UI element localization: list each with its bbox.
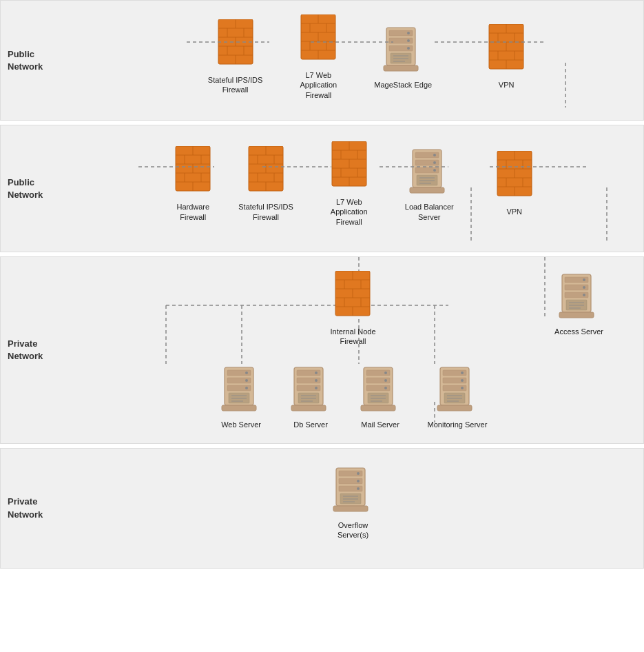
- magestack-edge-label: MageStack Edge: [374, 80, 432, 90]
- svg-rect-36: [391, 53, 411, 63]
- zone-label-public-1: PublicNetwork: [8, 48, 63, 72]
- svg-rect-182: [361, 405, 395, 411]
- load-balancer-label: Load BalancerServer: [405, 202, 454, 222]
- svg-point-191: [461, 371, 464, 374]
- svg-rect-101: [410, 187, 444, 193]
- web-server-label: Web Server: [221, 420, 261, 429]
- svg-rect-158: [222, 405, 256, 411]
- svg-point-155: [245, 371, 248, 374]
- stateful-ips-firewall-1: Stateful IPS/IDSFirewall: [208, 19, 262, 95]
- mail-server: Mail Server: [358, 364, 403, 429]
- web-server: Web Server: [219, 364, 264, 429]
- svg-rect-171: [298, 393, 319, 403]
- svg-point-144: [583, 286, 585, 289]
- l7-waf-1: L7 Web ApplicationFirewall: [287, 14, 349, 100]
- zone-label-private-2: PrivateNetwork: [8, 496, 63, 520]
- svg-point-179: [384, 371, 387, 374]
- stateful-ips-firewall-2: Stateful IPS/IDSFirewall: [238, 146, 293, 222]
- svg-point-99: [433, 161, 436, 164]
- svg-rect-35: [384, 65, 418, 71]
- zone-label-public-2: PublicNetwork: [8, 176, 63, 201]
- load-balancer-server: Load BalancerServer: [405, 146, 454, 222]
- svg-point-157: [245, 387, 248, 389]
- vpn-1: VPN: [486, 24, 527, 90]
- svg-point-192: [461, 379, 464, 382]
- monitoring-server: Monitoring Server: [428, 364, 488, 429]
- l7-waf-label-1: L7 Web ApplicationFirewall: [287, 70, 349, 100]
- internal-node-firewall-label: Internal NodeFirewall: [330, 327, 375, 347]
- svg-rect-207: [340, 493, 361, 504]
- l7-waf-label-2: L7 Web ApplicationFirewall: [318, 197, 380, 227]
- svg-rect-159: [229, 393, 249, 403]
- stateful-ips-label-2: Stateful IPS/IDSFirewall: [238, 202, 293, 222]
- access-server: Access Server: [554, 271, 603, 336]
- svg-rect-194: [437, 405, 472, 411]
- vpn-2: VPN: [494, 151, 535, 216]
- svg-rect-183: [368, 393, 388, 403]
- overflow-server: Overflow Server(s): [322, 465, 384, 540]
- db-server: Db Server: [289, 364, 333, 429]
- zone-label-private-1: PrivateNetwork: [8, 338, 63, 363]
- svg-rect-102: [417, 175, 437, 185]
- zone-private-2: PrivateNetwork Overflow: [0, 448, 644, 569]
- zone-public-2: PublicNetwork: [0, 125, 644, 252]
- mail-server-label: Mail Server: [361, 420, 399, 429]
- svg-point-32: [407, 32, 410, 34]
- svg-point-143: [583, 278, 585, 281]
- vpn-label-2: VPN: [506, 207, 522, 216]
- svg-point-156: [245, 379, 248, 382]
- svg-point-205: [357, 487, 360, 490]
- svg-rect-170: [291, 405, 326, 411]
- stateful-ips-label-1: Stateful IPS/IDSFirewall: [208, 75, 262, 95]
- svg-rect-146: [559, 312, 594, 318]
- hardware-firewall: HardwareFirewall: [172, 146, 214, 222]
- svg-point-33: [407, 39, 410, 42]
- access-server-label: Access Server: [554, 327, 603, 336]
- svg-point-180: [384, 379, 387, 382]
- svg-point-167: [315, 371, 318, 374]
- overflow-server-label: Overflow Server(s): [322, 520, 384, 540]
- magestack-edge: MageStack Edge: [374, 24, 432, 90]
- network-diagram: PublicNetwork: [0, 0, 644, 569]
- svg-point-181: [384, 387, 387, 389]
- db-server-label: Db Server: [293, 420, 328, 429]
- svg-point-168: [315, 379, 318, 382]
- svg-point-145: [583, 294, 585, 296]
- monitoring-server-label: Monitoring Server: [428, 420, 488, 429]
- svg-rect-195: [444, 393, 465, 403]
- l7-waf-2: L7 Web ApplicationFirewall: [318, 141, 380, 227]
- svg-rect-147: [566, 300, 587, 310]
- vpn-label-1: VPN: [499, 80, 515, 90]
- svg-rect-206: [333, 506, 368, 511]
- svg-point-203: [357, 472, 360, 475]
- svg-point-34: [407, 47, 410, 50]
- hardware-firewall-label: HardwareFirewall: [176, 202, 209, 222]
- svg-point-204: [357, 480, 360, 482]
- svg-point-100: [433, 169, 436, 172]
- svg-point-98: [433, 154, 436, 156]
- zone-public-1: PublicNetwork: [0, 0, 644, 121]
- svg-point-193: [461, 387, 464, 389]
- svg-point-169: [315, 387, 318, 389]
- zone-private-1: PrivateNetwork: [0, 256, 644, 444]
- internal-node-firewall: Internal NodeFirewall: [330, 271, 375, 347]
